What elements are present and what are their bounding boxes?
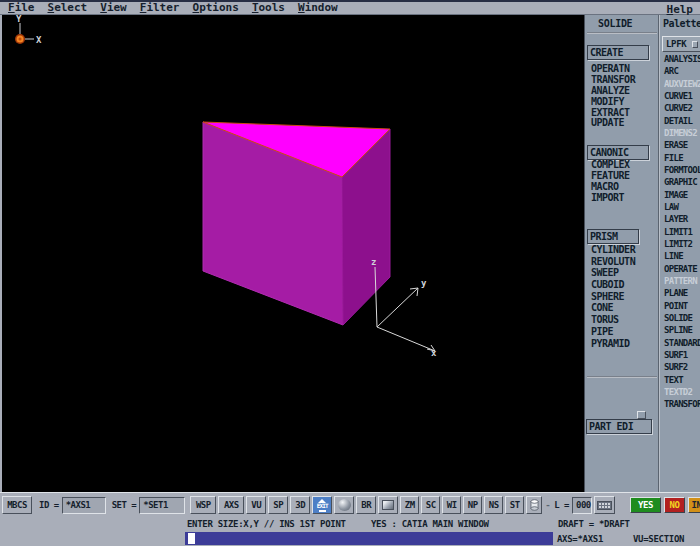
palette-item-graphic[interactable]: GRAPHIC bbox=[664, 176, 700, 188]
palette-item-image[interactable]: IMAGE bbox=[664, 189, 700, 201]
palette-item-pattern: PATTERN bbox=[664, 275, 700, 287]
vu-status: VU=SECTION bbox=[633, 534, 684, 544]
palette-item-arc[interactable]: ARC bbox=[664, 65, 700, 77]
keyboard-icon bbox=[597, 501, 612, 510]
palette-item-formtool[interactable]: FORMTOOL bbox=[664, 164, 700, 176]
origin-marker-icon bbox=[15, 23, 34, 44]
palette-item-point[interactable]: POINT bbox=[664, 300, 700, 312]
ns-button[interactable]: NS bbox=[484, 496, 503, 514]
solide-item-cylinder[interactable]: CYLINDER bbox=[591, 244, 635, 256]
solide-item-cuboid[interactable]: CUBOID bbox=[591, 279, 635, 291]
menu-options[interactable]: Options bbox=[193, 2, 239, 14]
palette-item-layer[interactable]: LAYER bbox=[664, 213, 700, 225]
filter-button[interactable] bbox=[526, 496, 542, 514]
solide-item-pipe[interactable]: PIPE bbox=[591, 326, 635, 338]
solide-item-update[interactable]: UPDATE bbox=[591, 118, 635, 129]
exit-button[interactable]: EXIT bbox=[312, 496, 332, 514]
palette-item-limit1[interactable]: LIMIT1 bbox=[664, 226, 700, 238]
palette-item-line[interactable]: LINE bbox=[664, 250, 700, 262]
render-button[interactable] bbox=[378, 496, 398, 514]
id-label: ID = bbox=[38, 500, 60, 510]
toolbar: MBCS ID = *AXS1 SET = *SET1 WSP AXS VU S… bbox=[0, 492, 700, 517]
menu-tools[interactable]: Tools bbox=[252, 2, 285, 14]
command-input[interactable] bbox=[185, 532, 553, 545]
triad-z-label: z bbox=[371, 257, 376, 267]
palette-item-solide[interactable]: SOLIDE bbox=[664, 312, 700, 324]
text-cursor bbox=[188, 533, 195, 544]
sp-button[interactable]: SP bbox=[268, 496, 288, 514]
wsp-button[interactable]: WSP bbox=[190, 496, 216, 514]
mbcs-button[interactable]: MBCS bbox=[2, 496, 32, 514]
no-button[interactable]: NO bbox=[664, 497, 685, 513]
message-bar: ENTER SIZE:X,Y // INS 1ST POINT YES : CA… bbox=[0, 517, 700, 531]
draft-status: DRAFT = *DRAFT bbox=[558, 519, 630, 529]
br-button[interactable]: BR bbox=[356, 496, 376, 514]
panel-column-divider-highlight bbox=[659, 15, 660, 492]
layer-field[interactable]: 000 bbox=[572, 497, 592, 514]
solide-item-torus[interactable]: TORUS bbox=[591, 314, 635, 326]
palette-item-erase[interactable]: ERASE bbox=[664, 139, 700, 151]
solide-item-sweep[interactable]: SWEEP bbox=[591, 267, 635, 279]
keyboard-button[interactable] bbox=[594, 496, 615, 514]
palette-item-textd2: TEXTD2 bbox=[664, 386, 700, 398]
palettes-dropdown[interactable]: LPFK bbox=[662, 36, 700, 52]
solide-group-canonic[interactable]: CANONIC bbox=[587, 145, 649, 160]
palette-item-surf2[interactable]: SURF2 bbox=[664, 361, 700, 373]
status-row: AXS=*AXS1 VU=SECTION bbox=[0, 531, 700, 546]
palettes-title: Palettes: bbox=[663, 18, 700, 29]
origin-x-label: X bbox=[36, 35, 42, 45]
id-field[interactable]: *AXS1 bbox=[62, 497, 106, 514]
int-button[interactable]: INT bbox=[688, 497, 700, 513]
menu-select[interactable]: Select bbox=[48, 2, 88, 14]
3d-button[interactable]: 3D bbox=[290, 496, 310, 514]
st-button[interactable]: ST bbox=[505, 496, 524, 514]
triad-y-label: y bbox=[421, 278, 427, 288]
palette-item-plane[interactable]: PLANE bbox=[664, 287, 700, 299]
palette-item-law[interactable]: LAW bbox=[664, 201, 700, 213]
wi-button[interactable]: WI bbox=[442, 496, 461, 514]
solide-item-modify[interactable]: MODIFY bbox=[591, 97, 635, 108]
menu-view[interactable]: View bbox=[100, 2, 127, 14]
part-edit-button[interactable]: PART EDI bbox=[586, 419, 652, 434]
menu-file[interactable]: File bbox=[8, 2, 35, 14]
palette-item-curve2[interactable]: CURVE2 bbox=[664, 102, 700, 114]
palette-item-transfor[interactable]: TRANSFOR bbox=[664, 398, 700, 410]
menu-window[interactable]: Window bbox=[298, 2, 338, 14]
solide-group-prism[interactable]: PRISM bbox=[587, 229, 639, 244]
solide-item-import[interactable]: IMPORT bbox=[591, 193, 630, 204]
palette-item-surf1[interactable]: SURF1 bbox=[664, 349, 700, 361]
axs-button[interactable]: AXS bbox=[218, 496, 244, 514]
main-window-label: YES : CATIA MAIN WINDOW bbox=[371, 519, 489, 529]
menu-filter[interactable]: Filter bbox=[140, 2, 180, 14]
solide-item-sphere[interactable]: SPHERE bbox=[591, 291, 635, 303]
palette-item-curve1[interactable]: CURVE1 bbox=[664, 90, 700, 102]
palette-item-detail[interactable]: DETAIL bbox=[664, 115, 700, 127]
palette-item-file[interactable]: FILE bbox=[664, 152, 700, 164]
yes-button[interactable]: YES bbox=[630, 497, 661, 513]
zm-button[interactable]: ZM bbox=[400, 496, 419, 514]
sc-button[interactable]: SC bbox=[421, 496, 440, 514]
viewport-canvas: z y x Y X bbox=[2, 15, 584, 492]
origin-y-label: Y bbox=[16, 15, 22, 24]
palette-item-standard[interactable]: STANDARD bbox=[664, 337, 700, 349]
solide-item-pyramid[interactable]: PYRAMID bbox=[591, 338, 635, 350]
create-group-items: OPERATN TRANSFOR ANALYZE MODIFY EXTRACT … bbox=[591, 64, 635, 129]
set-field[interactable]: *SET1 bbox=[139, 497, 185, 514]
shading-button[interactable] bbox=[334, 496, 354, 514]
np-button[interactable]: NP bbox=[463, 496, 482, 514]
solide-footer-separator bbox=[587, 376, 657, 378]
palette-item-text[interactable]: TEXT bbox=[664, 374, 700, 386]
solide-item-cone[interactable]: CONE bbox=[591, 302, 635, 314]
palettes-list: ANALYSIS ARC AUXVIEW2 CURVE1 CURVE2 DETA… bbox=[664, 53, 700, 411]
solide-group-create[interactable]: CREATE bbox=[587, 45, 649, 60]
shaded-object-icon bbox=[382, 500, 394, 510]
viewport-3d[interactable]: z y x Y X bbox=[2, 15, 584, 492]
solide-item-revolutn[interactable]: REVOLUTN bbox=[591, 256, 635, 268]
palette-item-analysis[interactable]: ANALYSIS bbox=[664, 53, 700, 65]
vu-button[interactable]: VU bbox=[246, 496, 266, 514]
palette-item-auxview2: AUXVIEW2 bbox=[664, 78, 700, 90]
palette-item-limit2[interactable]: LIMIT2 bbox=[664, 238, 700, 250]
palette-item-spline[interactable]: SPLINE bbox=[664, 324, 700, 336]
palette-item-operate[interactable]: OPERATE bbox=[664, 263, 700, 275]
prism-group-items: CYLINDER REVOLUTN SWEEP CUBOID SPHERE CO… bbox=[591, 244, 635, 349]
